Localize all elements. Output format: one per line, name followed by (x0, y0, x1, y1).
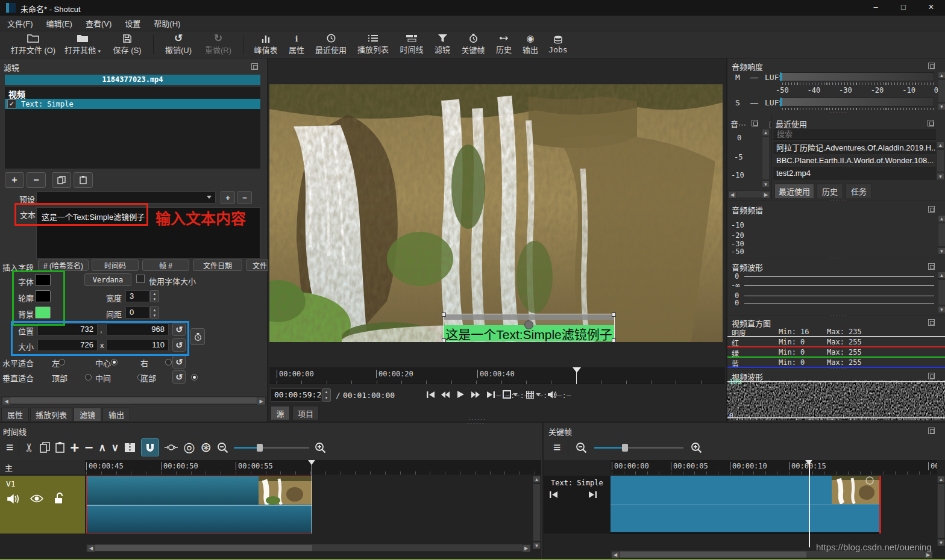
width-stepper[interactable]: ▲▼ (150, 290, 159, 302)
tab-source[interactable]: 源 (271, 406, 290, 420)
keyframes-zoom-slider[interactable] (594, 443, 683, 452)
seek-previous-keyframe-button[interactable] (550, 491, 557, 498)
menu-file[interactable]: 文件(F) (7, 17, 33, 29)
rewind-button[interactable] (439, 388, 452, 400)
menu-edit[interactable]: 编辑(E) (46, 17, 72, 29)
tab-history[interactable]: 历史 (817, 184, 843, 198)
history-button[interactable]: 历史 (491, 34, 517, 55)
playlist-button[interactable]: 播放列表 (352, 34, 394, 55)
hfit-center-radio[interactable] (111, 359, 118, 366)
scroll-left-icon[interactable]: ◀ (611, 551, 620, 559)
scrub-while-dragging-button[interactable] (165, 443, 178, 452)
float-panel-icon[interactable] (928, 120, 934, 126)
splitter-dots[interactable]: ······ (830, 255, 848, 261)
tab-filters[interactable]: 滤镜 (74, 408, 101, 421)
insert-frame-button[interactable]: 帧 # (142, 260, 189, 271)
recent-item[interactable]: 阿拉丁历险记.Adventures.Of.Aladdin.2019.H... (773, 142, 936, 154)
scroll-right-icon[interactable]: ▶ (522, 544, 530, 552)
copy-filters-button[interactable] (52, 172, 71, 188)
vfit-bottom-radio[interactable] (191, 374, 198, 381)
splitter-dots[interactable]: ······ (467, 420, 485, 426)
slider-thumb[interactable] (622, 444, 628, 452)
overlay-corner-handle[interactable] (442, 338, 446, 342)
insert-hash-button[interactable]: # (哈希签名) (38, 260, 89, 271)
awave-vscrollbar[interactable] (938, 279, 945, 305)
scroll-up-icon[interactable]: ▲ (762, 129, 770, 136)
zoom-in-button[interactable] (315, 442, 326, 453)
overlay-corner-handle[interactable] (442, 313, 446, 317)
copy-button[interactable] (40, 442, 50, 453)
insert-filedate-button[interactable]: 文件日期 (193, 260, 242, 271)
zoom-out-button[interactable] (217, 442, 228, 453)
tab-export[interactable]: 输出 (102, 408, 130, 421)
scroll-left-icon[interactable]: ◀ (87, 544, 95, 552)
recent-vscrollbar[interactable] (937, 149, 944, 172)
splitter-dots[interactable]: ······ (830, 312, 848, 318)
vfit-reset-button[interactable]: ↺ (172, 370, 186, 384)
mute-track-icon[interactable] (7, 494, 19, 504)
hide-track-icon[interactable] (30, 494, 43, 503)
tab-playlist[interactable]: 播放列表 (30, 408, 72, 421)
save-preset-button[interactable]: + (221, 191, 235, 204)
float-panel-icon[interactable] (251, 63, 258, 70)
float-panel-icon[interactable] (928, 263, 935, 270)
overlay-corner-handle[interactable] (612, 338, 616, 342)
overwrite-button[interactable]: ∨ (111, 441, 119, 454)
tab-recent[interactable]: 最近使用 (774, 184, 814, 198)
cut-button[interactable]: ✂ (23, 443, 37, 452)
use-font-size-checkbox[interactable] (136, 275, 145, 283)
overlay-top-handle-bar[interactable] (444, 314, 614, 320)
current-timecode-input[interactable]: 00:00:59:24 (271, 388, 321, 402)
width-input[interactable]: 3 (125, 290, 149, 302)
float-panel-icon[interactable] (928, 63, 935, 69)
keyframes-button[interactable]: 关键帧 (456, 34, 491, 55)
jobs-button[interactable]: Jobs (544, 36, 573, 54)
scroll-up-icon[interactable]: ▲ (937, 476, 945, 483)
splitter-dots[interactable]: ······ (830, 365, 848, 371)
timeline-menu-button[interactable]: ≡ (6, 442, 13, 453)
overlay-selection-box[interactable]: 这是一个Text:Simple滤镜例子 (443, 314, 615, 341)
skip-next-button[interactable] (484, 388, 497, 400)
scroll-down-icon[interactable]: ▼ (533, 542, 541, 549)
float-panel-icon[interactable] (928, 373, 935, 379)
scroll-up-icon[interactable]: ▲ (533, 476, 541, 483)
play-button[interactable] (454, 388, 467, 400)
timecode-stepper[interactable]: ▲▼ (322, 388, 331, 402)
splitter-dots[interactable]: ······ (830, 197, 848, 203)
menu-view[interactable]: 查看(V) (86, 17, 111, 29)
paste-button[interactable] (55, 442, 64, 453)
overlay-center-handle[interactable] (524, 320, 533, 329)
scroll-down-icon[interactable]: ▼ (938, 103, 945, 110)
position-keyframe-button[interactable] (190, 328, 205, 345)
scroll-down-icon[interactable]: ▼ (937, 173, 944, 180)
redo-button[interactable]: ↻ 重做(R) (198, 34, 238, 55)
peak-meter-button[interactable]: 峰值表 (248, 34, 283, 55)
overlay-corner-handle[interactable] (612, 313, 616, 317)
track-head-v1[interactable]: V1 (0, 476, 85, 534)
scroll-up-icon[interactable]: ▲ (938, 72, 945, 79)
float-panel-icon[interactable] (928, 428, 935, 434)
add-filter-button[interactable]: + (5, 172, 24, 188)
recent-button[interactable]: 最近使用 (310, 34, 352, 55)
keyframes-ruler[interactable]: 00:00:00 00:00:05 00:00:10 00:00:15 00: (611, 460, 937, 474)
snap-toggle[interactable] (141, 438, 159, 456)
recent-search-input[interactable] (773, 129, 936, 140)
timeline-vscrollbar[interactable] (533, 484, 541, 541)
peak-vscrollbar[interactable] (762, 137, 770, 180)
open-other-button[interactable]: 打开其他 ▾ (59, 34, 106, 55)
scroll-up-icon[interactable]: ▲ (937, 142, 944, 149)
menu-settings[interactable]: 设置 (125, 17, 140, 29)
fast-forward-button[interactable] (469, 388, 482, 400)
export-button[interactable]: ◉ 输出 (517, 34, 544, 55)
scroll-thumb[interactable] (10, 397, 257, 403)
remove-filter-button[interactable]: − (27, 172, 46, 188)
ripple-delete-button[interactable]: − (84, 442, 93, 453)
peak-hscrollbar[interactable]: ◀ ▶ (727, 190, 771, 198)
timeline-clip[interactable] (86, 476, 312, 534)
filter-enabled-checkbox[interactable]: ✓ (7, 99, 16, 108)
tab-properties[interactable]: 属性 (1, 408, 29, 421)
float-panel-icon[interactable] (928, 319, 935, 326)
loudness-vscrollbar[interactable] (938, 79, 945, 102)
preview-playhead-marker[interactable] (573, 367, 581, 373)
save-button[interactable]: 保存 (S) (106, 34, 148, 55)
